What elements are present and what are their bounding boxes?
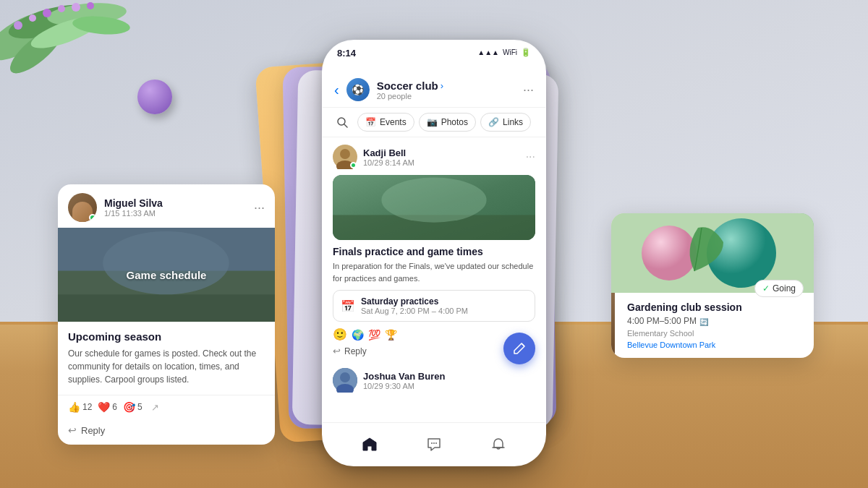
event-time: Sat Aug 7, 2:00 PM – 4:00 PM <box>361 307 468 315</box>
svg-point-23 <box>381 178 486 223</box>
event-calendar-icon: 📅 <box>341 299 355 313</box>
avatar <box>68 193 97 222</box>
online-indicator <box>89 214 96 221</box>
svg-point-25 <box>340 372 350 382</box>
message-image-1: Saturday practices <box>333 175 535 240</box>
event-name: Saturday practices <box>361 296 468 307</box>
tab-events[interactable]: 📅 Events <box>357 113 414 132</box>
card-stripe <box>611 293 615 358</box>
reply-footer: ↩ Reply <box>58 419 275 445</box>
reply-arrow-icon: ↩ <box>333 346 341 356</box>
message-item-2: Joshua Van Buren 10/29 9:30 AM <box>333 368 535 393</box>
sender-avatar-2 <box>333 368 357 393</box>
group-chevron[interactable]: › <box>441 80 443 91</box>
message-title-1: Finals practice and game times <box>333 246 535 257</box>
message-more-1[interactable]: ··· <box>526 150 535 163</box>
add-reaction-button[interactable]: 🙂 <box>333 328 347 341</box>
tab-photos[interactable]: 📷 Photos <box>419 113 476 132</box>
group-member-count: 20 people <box>377 92 443 100</box>
content-tabs: 📅 Events 📷 Photos 🔗 Links <box>323 108 545 137</box>
more-options-button[interactable]: ··· <box>254 200 265 215</box>
svg-point-9 <box>58 5 65 12</box>
svg-point-29 <box>435 442 437 444</box>
status-bar: 8:14 ▲▲▲ WiFi 🔋 <box>323 40 545 72</box>
game-schedule-card: Miguel Silva 1/15 11:33 AM ··· Game sche… <box>58 184 275 445</box>
gardening-location2: Bellevue Downtown Park <box>627 341 804 349</box>
nav-home[interactable] <box>354 429 386 461</box>
nav-notifications[interactable] <box>482 429 514 461</box>
messages-list: Kadji Bell 10/29 8:14 AM ··· <box>323 137 545 411</box>
status-icons: ▲▲▲ WiFi 🔋 <box>477 48 531 57</box>
message-header-1: Kadji Bell 10/29 8:14 AM ··· <box>333 145 535 169</box>
event-attachment[interactable]: 📅 Saturday practices Sat Aug 7, 2:00 PM … <box>333 290 535 322</box>
sender-name-1: Kadji Bell <box>363 147 414 158</box>
svg-line-17 <box>344 124 347 127</box>
svg-point-6 <box>14 21 22 30</box>
gardening-card: ✓ Going Gardening club session 4:00 PM–5… <box>611 213 814 358</box>
reaction-target[interactable]: 🎯 5 <box>123 401 142 413</box>
signal-icon: ▲▲▲ <box>477 48 499 56</box>
events-icon: 📅 <box>365 117 376 127</box>
plant-decoration <box>0 0 152 87</box>
purple-ball-decoration <box>137 80 172 114</box>
group-avatar: ⚽ <box>346 78 370 101</box>
photos-icon: 📷 <box>427 117 438 127</box>
user-name: Miguel Silva <box>104 197 163 209</box>
online-dot <box>350 162 357 168</box>
gardening-title: Gardening club session <box>627 301 804 313</box>
back-button[interactable]: ‹ <box>334 82 339 98</box>
reaction-thumbs[interactable]: 👍 12 <box>68 401 92 413</box>
message-time-2: 10/29 9:30 AM <box>363 382 445 390</box>
reactions-bar: 👍 12 ❤️ 6 🎯 5 ↗ <box>58 395 275 419</box>
checkmark-icon: ✓ <box>762 283 770 294</box>
nav-more-button[interactable]: ··· <box>523 82 534 98</box>
svg-point-8 <box>43 9 51 17</box>
reaction-globe[interactable]: 🌍 <box>352 329 364 341</box>
post-timestamp: 1/15 11:33 AM <box>104 209 163 218</box>
post-title: Upcoming season <box>68 330 265 343</box>
gardening-time: 4:00 PM–5:00 PM <box>627 316 697 326</box>
message-time-1: 10/29 8:14 AM <box>363 158 414 167</box>
repeat-icon: 🔄 <box>699 318 708 326</box>
card-content: Upcoming season Our schedule for games i… <box>58 322 275 395</box>
reaction-heart[interactable]: ❤️ 6 <box>98 401 117 413</box>
svg-point-27 <box>431 442 433 444</box>
sender-avatar-1 <box>333 145 357 169</box>
phone-content: ‹ ⚽ Soccer club › 20 people ··· <box>323 72 545 422</box>
svg-point-28 <box>433 442 435 444</box>
reaction-trophy[interactable]: 🏆 <box>385 329 397 341</box>
reply-icon: ↩ <box>68 424 77 436</box>
links-icon: 🔗 <box>488 117 499 127</box>
status-time: 8:14 <box>337 48 356 59</box>
going-label: Going <box>773 283 796 294</box>
gardening-card-content: Gardening club session 4:00 PM–5:00 PM 🔄… <box>611 293 814 358</box>
message-body-1: In preparation for the Finals, we've upd… <box>333 260 535 284</box>
svg-point-11 <box>87 2 94 9</box>
main-phone: 8:14 ▲▲▲ WiFi 🔋 ‹ ⚽ Soccer club › 20 peo… <box>322 40 546 466</box>
group-nav-bar: ‹ ⚽ Soccer club › 20 people ··· <box>323 72 545 108</box>
wifi-icon: WiFi <box>503 48 517 56</box>
svg-point-7 <box>29 14 36 22</box>
bottom-nav <box>323 422 545 466</box>
going-badge[interactable]: ✓ Going <box>754 280 804 297</box>
battery-icon: 🔋 <box>521 48 531 57</box>
svg-point-10 <box>72 3 80 12</box>
card-header: Miguel Silva 1/15 11:33 AM ··· <box>58 184 275 228</box>
message-reactions-1: 🙂 🌍 💯 🏆 <box>333 328 535 341</box>
search-button[interactable] <box>331 112 353 132</box>
share-icon[interactable]: ↗ <box>151 402 159 413</box>
svg-point-31 <box>642 226 697 281</box>
reply-button-1[interactable]: Reply <box>344 346 367 356</box>
image-label: Game schedule <box>127 269 207 281</box>
post-body: Our schedule for games is posted. Check … <box>68 347 265 386</box>
group-name[interactable]: Soccer club <box>377 80 438 92</box>
compose-button[interactable] <box>503 333 535 364</box>
reply-button[interactable]: Reply <box>81 425 105 436</box>
reaction-100[interactable]: 💯 <box>368 329 380 341</box>
post-image: Game schedule <box>58 228 275 322</box>
tab-links[interactable]: 🔗 Links <box>480 113 531 132</box>
nav-chat[interactable] <box>418 429 450 461</box>
message-header-2: Joshua Van Buren 10/29 9:30 AM <box>333 368 535 393</box>
message-item-1: Kadji Bell 10/29 8:14 AM ··· <box>333 145 535 356</box>
sender-name-2: Joshua Van Buren <box>363 371 445 382</box>
